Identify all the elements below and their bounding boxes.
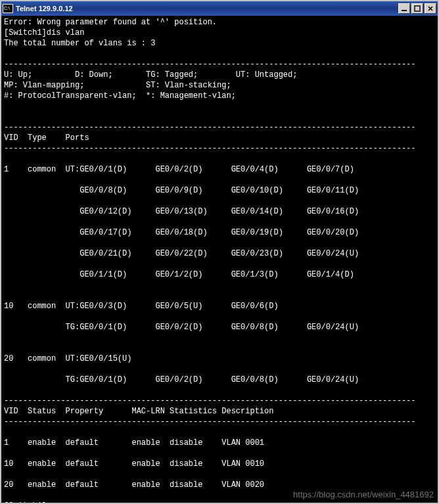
terminal-output[interactable]: Error: Wrong parameter found at '^' posi… xyxy=(1,16,438,503)
svg-rect-0 xyxy=(402,10,407,11)
maximize-icon xyxy=(414,5,421,12)
prompt[interactable]: [Switch1] xyxy=(4,501,47,503)
close-button[interactable] xyxy=(425,3,436,14)
watermark: https://blog.csdn.net/weixin_4481692 xyxy=(293,490,434,500)
maximize-button[interactable] xyxy=(411,3,423,14)
titlebar[interactable]: C:\ Telnet 129.9.0.12 xyxy=(1,1,438,16)
cmd-icon: C:\ xyxy=(3,4,13,13)
minimize-icon xyxy=(401,5,407,12)
minimize-button[interactable] xyxy=(398,3,410,14)
svg-rect-1 xyxy=(415,6,420,11)
window-title: Telnet 129.9.0.12 xyxy=(16,5,397,12)
close-icon xyxy=(427,5,434,12)
telnet-window: C:\ Telnet 129.9.0.12 Error: Wrong param… xyxy=(0,0,439,504)
